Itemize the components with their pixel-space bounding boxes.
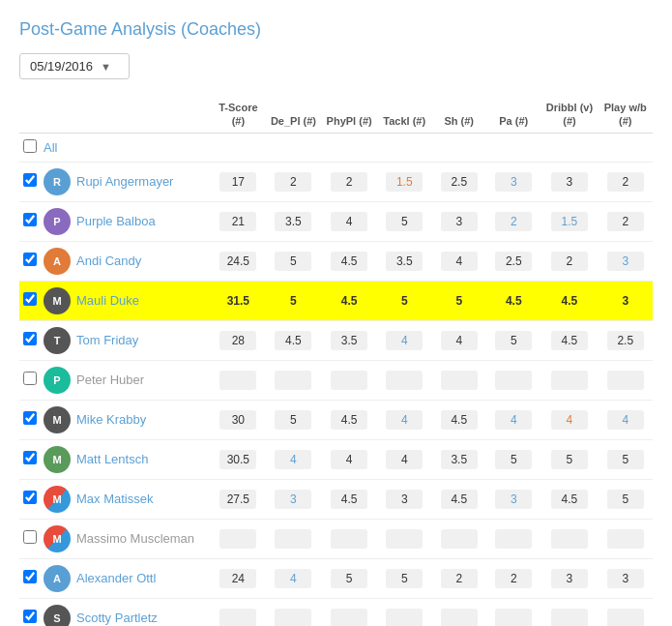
cell-dribbl: 4 xyxy=(541,400,598,439)
player-checkbox-cell[interactable] xyxy=(19,360,41,400)
cell-playwb: 4 xyxy=(598,400,653,439)
cell-tackl: 1.5 xyxy=(377,162,432,201)
player-checkbox-cell[interactable] xyxy=(19,439,41,479)
player-checkbox[interactable] xyxy=(23,253,37,266)
cell-dribbl: 3 xyxy=(541,162,598,201)
cell-sh: 3.5 xyxy=(431,439,486,479)
table-row: M Max Matissek 27.534.534.534.55 xyxy=(19,479,653,519)
cell-phypl: 2 xyxy=(321,162,377,201)
cell-depl: 2 xyxy=(266,162,322,201)
player-checkbox[interactable] xyxy=(23,491,37,504)
table-row: M Matt Lentsch 30.54443.5555 xyxy=(19,439,653,479)
player-checkbox[interactable] xyxy=(23,173,37,187)
cell-depl xyxy=(266,519,322,558)
avatar: S xyxy=(44,605,71,626)
cell-tscore: 17 xyxy=(211,162,266,201)
cell-tackl: 4 xyxy=(377,439,432,479)
avatar: T xyxy=(44,327,71,354)
player-checkbox[interactable] xyxy=(23,530,37,544)
player-name-cell: R Rupi Angermayer xyxy=(41,162,211,201)
cell-playwb: 5 xyxy=(598,439,653,479)
player-checkbox[interactable] xyxy=(23,332,37,345)
cell-playwb xyxy=(598,598,653,626)
player-name: Purple Balboa xyxy=(76,214,156,228)
player-name: Rupi Angermayer xyxy=(76,174,173,189)
avatar: M xyxy=(44,406,71,433)
player-checkbox-cell[interactable] xyxy=(19,479,41,519)
cell-depl: 5 xyxy=(266,400,322,439)
header-depl: De_Pl (#) xyxy=(266,97,322,133)
avatar: R xyxy=(44,168,71,195)
player-checkbox[interactable] xyxy=(23,610,37,623)
all-label-cell: All xyxy=(41,133,653,162)
header-sh: Sh (#) xyxy=(431,97,486,133)
player-name-cell: M Massimo Muscleman xyxy=(41,519,211,558)
cell-depl: 4 xyxy=(266,439,322,479)
cell-sh xyxy=(431,519,486,558)
cell-tackl: 5 xyxy=(377,201,432,241)
cell-playwb xyxy=(598,360,653,400)
cell-depl: 3 xyxy=(266,479,322,519)
avatar: M xyxy=(44,446,71,473)
cell-sh: 5 xyxy=(431,281,486,320)
player-checkbox-cell[interactable] xyxy=(19,320,41,360)
cell-dribbl xyxy=(541,598,598,626)
cell-dribbl: 2 xyxy=(541,241,598,281)
player-checkbox[interactable] xyxy=(23,372,37,385)
all-row: All xyxy=(19,133,653,162)
player-checkbox-cell[interactable] xyxy=(19,162,41,201)
cell-playwb: 2.5 xyxy=(598,320,653,360)
player-name: Mauli Duke xyxy=(76,293,139,308)
cell-tscore: 27.5 xyxy=(211,479,266,519)
cell-sh: 2 xyxy=(431,558,486,598)
header-dribbl: Dribbl (v)(#) xyxy=(541,97,598,133)
cell-sh: 4.5 xyxy=(431,479,486,519)
header-tackl: Tackl (#) xyxy=(377,97,432,133)
analysis-table: T-Score(#) De_Pl (#) PhyPl (#) Tackl (#)… xyxy=(19,97,653,626)
cell-phypl: 3.5 xyxy=(321,320,377,360)
cell-dribbl: 4.5 xyxy=(541,281,598,320)
cell-dribbl xyxy=(541,519,598,558)
table-row: P Purple Balboa 213.545321.52 xyxy=(19,201,653,241)
cell-phypl: 4.5 xyxy=(321,479,377,519)
cell-pa xyxy=(486,519,541,558)
cell-sh: 2.5 xyxy=(431,162,486,201)
player-checkbox[interactable] xyxy=(23,451,37,464)
cell-playwb: 5 xyxy=(598,479,653,519)
date-selector[interactable]: 05/19/2016 ▼ xyxy=(19,53,130,79)
player-checkbox-cell[interactable] xyxy=(19,598,41,626)
cell-dribbl: 1.5 xyxy=(541,201,598,241)
avatar: P xyxy=(44,367,71,394)
player-checkbox-cell[interactable] xyxy=(19,201,41,241)
cell-pa xyxy=(486,360,541,400)
player-checkbox-cell[interactable] xyxy=(19,281,41,320)
cell-sh: 3 xyxy=(431,201,486,241)
cell-playwb: 2 xyxy=(598,162,653,201)
table-row: P Peter Huber xyxy=(19,360,653,400)
player-name: Tom Friday xyxy=(76,333,138,347)
all-checkbox[interactable] xyxy=(23,139,37,153)
cell-depl: 4.5 xyxy=(266,320,322,360)
chevron-down-icon: ▼ xyxy=(101,61,111,73)
all-checkbox-cell[interactable] xyxy=(19,133,41,162)
date-value: 05/19/2016 xyxy=(30,59,93,74)
player-checkbox[interactable] xyxy=(23,292,37,306)
player-checkbox-cell[interactable] xyxy=(19,558,41,598)
player-checkbox-cell[interactable] xyxy=(19,400,41,439)
cell-phypl: 5 xyxy=(321,558,377,598)
all-label: All xyxy=(44,140,57,155)
avatar: M xyxy=(44,287,71,314)
cell-playwb: 3 xyxy=(598,558,653,598)
cell-tackl: 3.5 xyxy=(377,241,432,281)
avatar: M xyxy=(44,486,71,513)
player-checkbox[interactable] xyxy=(23,570,37,583)
player-name-cell: T Tom Friday xyxy=(41,320,211,360)
player-checkbox[interactable] xyxy=(23,411,37,425)
player-name-cell: M Mike Krabby xyxy=(41,400,211,439)
header-check xyxy=(19,97,41,133)
player-checkbox-cell[interactable] xyxy=(19,519,41,558)
player-name: Peter Huber xyxy=(76,373,144,387)
player-checkbox[interactable] xyxy=(23,213,37,226)
player-name-cell: P Peter Huber xyxy=(41,360,211,400)
player-checkbox-cell[interactable] xyxy=(19,241,41,281)
